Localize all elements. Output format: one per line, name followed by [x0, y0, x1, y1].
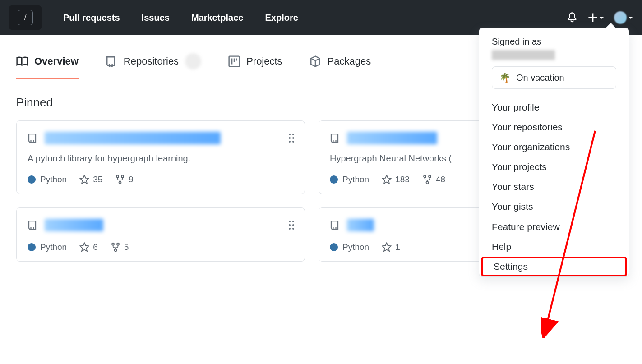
repo-icon	[106, 55, 117, 67]
header-right	[566, 11, 633, 24]
fork-count: 9	[129, 175, 134, 184]
notifications-icon[interactable]	[566, 12, 578, 23]
language-color-dot	[330, 175, 338, 184]
dropdown-item-your-stars[interactable]: Your stars	[479, 177, 629, 197]
palm-tree-icon: 🌴	[499, 72, 511, 83]
dropdown-item-your-projects[interactable]: Your projects	[479, 157, 629, 177]
repo-title-link[interactable]	[347, 219, 374, 231]
svg-point-13	[289, 221, 291, 222]
svg-point-1	[289, 134, 291, 135]
repo-language: Python	[330, 175, 369, 184]
logo-area[interactable]: /	[9, 5, 42, 30]
star-count: 6	[93, 242, 98, 252]
svg-point-21	[114, 249, 116, 251]
repo-header	[28, 132, 294, 144]
svg-point-16	[292, 224, 294, 226]
dropdown-item-help[interactable]: Help	[479, 237, 629, 257]
repo-icon	[28, 220, 38, 230]
slash-char: /	[24, 13, 26, 23]
svg-point-5	[289, 141, 291, 143]
svg-point-15	[289, 224, 291, 226]
repo-description: A pytorch library for hypergraph learnin…	[28, 153, 294, 164]
stargazers[interactable]: 35	[79, 175, 102, 184]
stargazers[interactable]: 6	[79, 242, 98, 252]
svg-point-11	[429, 175, 431, 178]
username-redacted	[492, 50, 555, 60]
dropdown-item-settings[interactable]: Settings	[481, 257, 627, 276]
repo-meta: Python 35 9	[28, 175, 294, 184]
dropdown-item-your-profile[interactable]: Your profile	[479, 97, 629, 117]
nav-explore[interactable]: Explore	[265, 13, 298, 23]
dropdown-item-your-organizations[interactable]: Your organizations	[479, 137, 629, 157]
fork-count: 5	[124, 242, 129, 252]
language-color-dot	[28, 243, 36, 251]
book-icon	[16, 55, 28, 67]
svg-point-19	[112, 243, 114, 245]
repo-language: Python	[28, 175, 67, 184]
chevron-down-icon	[600, 17, 604, 19]
status-chip[interactable]: 🌴 On vacation	[492, 66, 616, 89]
nav-pull-requests[interactable]: Pull requests	[63, 13, 120, 23]
tab-label: Projects	[246, 55, 282, 67]
svg-point-10	[424, 175, 426, 178]
dropdown-group-1: Your profileYour repositoriesYour organi…	[479, 97, 629, 217]
repo-icon	[28, 133, 38, 143]
forks[interactable]: 5	[111, 242, 129, 252]
dropdown-item-your-gists[interactable]: Your gists	[479, 197, 629, 217]
chevron-down-icon	[628, 17, 633, 19]
avatar	[614, 11, 627, 24]
project-icon	[228, 55, 240, 67]
repo-header	[28, 219, 294, 231]
repo-meta: Python 6 5	[28, 242, 294, 252]
svg-point-20	[117, 243, 119, 245]
repo-icon	[330, 220, 341, 230]
forks[interactable]: 9	[115, 175, 134, 184]
dropdown-item-feature-preview[interactable]: Feature preview	[479, 217, 629, 237]
tab-repositories[interactable]: Repositories	[106, 53, 201, 79]
status-text: On vacation	[516, 73, 564, 83]
drag-handle-icon[interactable]	[288, 134, 295, 143]
repo-title-link[interactable]	[45, 219, 103, 231]
user-menu-button[interactable]	[614, 11, 633, 24]
dropdown-item-your-repositories[interactable]: Your repositories	[479, 117, 629, 137]
svg-point-14	[292, 221, 294, 222]
repo-language: Python	[28, 242, 67, 252]
repo-title-link[interactable]	[45, 132, 221, 144]
create-new-dropdown[interactable]	[588, 13, 604, 23]
nav-issues[interactable]: Issues	[142, 13, 170, 23]
repo-icon	[330, 133, 341, 143]
nav-marketplace[interactable]: Marketplace	[191, 13, 244, 23]
star-count: 35	[93, 175, 102, 184]
slash-shortcut[interactable]: /	[18, 10, 33, 25]
repo-title-link[interactable]	[347, 132, 437, 144]
tab-label: Repositories	[124, 55, 179, 67]
svg-point-12	[426, 181, 428, 184]
star-count: 183	[395, 175, 410, 184]
tab-label: Packages	[328, 55, 371, 67]
repo-count-badge	[185, 53, 201, 69]
svg-point-4	[292, 137, 294, 139]
user-dropdown: Signed in as 🌴 On vacation Your profileY…	[479, 28, 629, 277]
tab-projects[interactable]: Projects	[228, 53, 282, 79]
forks[interactable]: 48	[422, 175, 445, 184]
stargazers[interactable]: 1	[382, 242, 400, 252]
star-count: 1	[395, 242, 400, 252]
tab-packages[interactable]: Packages	[309, 53, 371, 79]
language-name: Python	[40, 175, 67, 184]
language-color-dot	[28, 175, 36, 184]
svg-point-17	[289, 228, 291, 230]
drag-handle-icon[interactable]	[288, 221, 295, 230]
repo-card: Python 6 5	[16, 207, 305, 262]
svg-point-8	[121, 175, 124, 178]
svg-point-2	[292, 134, 294, 135]
tab-overview[interactable]: Overview	[16, 53, 79, 79]
package-icon	[309, 55, 321, 67]
language-color-dot	[330, 243, 338, 251]
svg-point-7	[116, 175, 119, 178]
repo-language: Python	[330, 242, 369, 252]
repo-card: A pytorch library for hypergraph learnin…	[16, 120, 305, 194]
fork-count: 48	[436, 175, 445, 184]
svg-point-9	[119, 181, 121, 184]
stargazers[interactable]: 183	[382, 175, 410, 184]
dropdown-group-2: Feature previewHelpSettings	[479, 217, 629, 276]
